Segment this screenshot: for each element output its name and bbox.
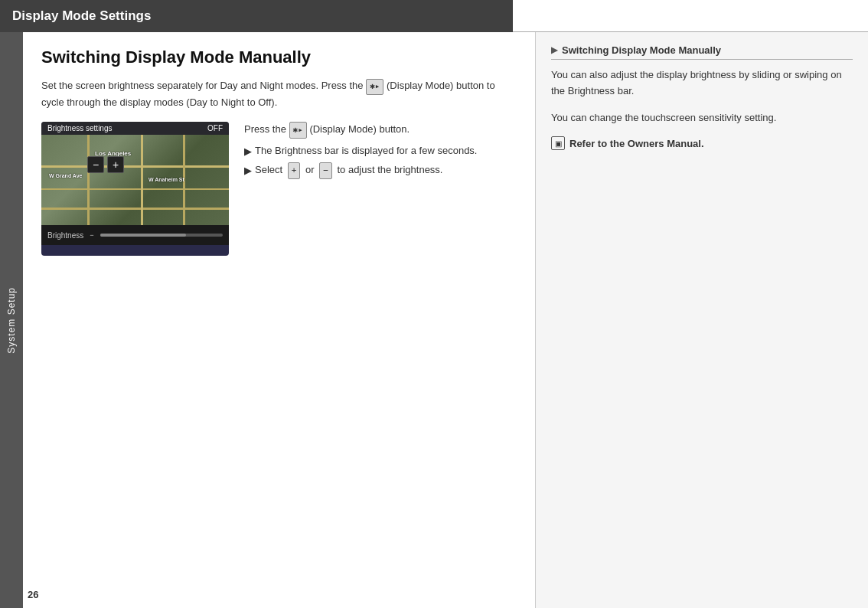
plus-button[interactable]: + [107, 156, 124, 173]
screen-map-area: Los Angeles W Grand Ave W Anaheim St − + [41, 135, 229, 225]
page-title: Switching Display Mode Manually [41, 47, 517, 67]
map-grid [41, 135, 229, 225]
instruction-list: Press the ✱▸ (Display Mode) button. ▶ Th… [244, 122, 517, 182]
description-text: Set the screen brightness separately for… [41, 78, 517, 110]
map-label-3: W Anaheim St [148, 177, 184, 182]
header-bar: Display Mode Settings [0, 0, 513, 32]
left-panel: Switching Display Mode Manually Set the … [23, 32, 536, 608]
minus-select-btn: − [319, 162, 332, 179]
map-controls: − + [87, 156, 124, 173]
brightness-slider[interactable] [100, 234, 223, 237]
brightness-fill [100, 234, 186, 237]
minus-button[interactable]: − [87, 156, 104, 173]
screen-off-label: OFF [207, 124, 223, 132]
bullet-item-2: ▶ Select + or − to adjust the brightness… [244, 162, 517, 179]
press-instruction: Press the ✱▸ (Display Mode) button. [244, 122, 517, 139]
bullet-item-1: ▶ The Brightness bar is displayed for a … [244, 143, 517, 160]
map-road-v1 [87, 135, 90, 225]
right-section-title-text: Switching Display Mode Manually [562, 44, 721, 56]
map-road-v2 [141, 135, 143, 225]
header-title: Display Mode Settings [12, 8, 151, 24]
content-area: Switching Display Mode Manually Set the … [23, 32, 868, 608]
sidebar: System Setup [0, 32, 23, 608]
map-road-h2 [41, 188, 229, 190]
map-road-h3 [41, 208, 229, 210]
screen-bottom-bar: Brightness − [41, 225, 229, 245]
header-row: Display Mode Settings [0, 0, 868, 32]
bullet-text-1: The Brightness bar is displayed for a fe… [255, 143, 477, 159]
bullet-arrow-2: ▶ [244, 163, 252, 179]
right-section-title: Switching Display Mode Manually [551, 44, 853, 60]
left-body: Brightness settings OFF L [41, 122, 517, 256]
display-mode-button-ref: ✱▸ [366, 79, 383, 95]
refer-note: ▣ Refer to the Owners Manual. [551, 136, 853, 150]
page-number: 26 [28, 589, 38, 600]
bullet-arrow-1: ▶ [244, 144, 252, 160]
screen-top-bar: Brightness settings OFF [41, 122, 229, 135]
refer-text: Refer to the Owners Manual. [569, 138, 704, 149]
refer-icon: ▣ [551, 136, 565, 150]
sidebar-label: System Setup [6, 287, 17, 354]
right-panel: Switching Display Mode Manually You can … [536, 32, 868, 608]
right-para-1: You can also adjust the display brightne… [551, 67, 853, 100]
map-road-h1 [41, 165, 229, 168]
map-label-2: W Grand Ave [49, 173, 82, 178]
screen-image: Brightness settings OFF L [41, 122, 229, 256]
screen-top-label: Brightness settings [47, 124, 113, 132]
page-wrapper: System Setup Switching Display Mode Manu… [0, 32, 868, 608]
right-para-2: You can change the touchscreen sensitivi… [551, 110, 853, 126]
bullet-text-2: Select + or − to adjust the brightness. [255, 162, 442, 179]
right-header-line [513, 0, 868, 32]
minus-icon: − [90, 231, 93, 239]
plus-select-btn: + [288, 162, 301, 179]
display-mode-btn-inline: ✱▸ [289, 122, 307, 139]
brightness-label: Brightness [47, 231, 83, 240]
